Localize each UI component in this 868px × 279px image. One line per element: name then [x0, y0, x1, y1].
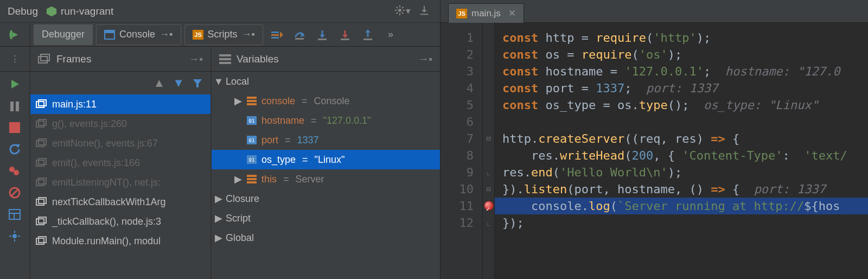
more-actions-icon[interactable]: ⋮: [0, 47, 30, 71]
code-line[interactable]: const hostname = '127.0.0.1'; hostname: …: [502, 63, 868, 80]
popout-icon[interactable]: →▪: [242, 29, 255, 40]
frame-item[interactable]: main.js:11: [30, 94, 210, 114]
restart-button[interactable]: [6, 140, 23, 158]
variable-row[interactable]: 01hostname = "127.0.0.1": [212, 111, 440, 130]
chevron-icon: ▼: [215, 76, 222, 87]
variable-row[interactable]: 01port = 1337: [212, 130, 440, 150]
svg-rect-71: [247, 103, 257, 105]
force-step-into-button[interactable]: [336, 26, 354, 44]
frame-item[interactable]: _tickCallback(), node.js:3: [30, 212, 210, 231]
frame-item[interactable]: emitNone(), events.js:67: [30, 134, 210, 153]
show-exec-point-button[interactable]: [267, 26, 286, 44]
fold-marker[interactable]: ⊟: [483, 181, 494, 198]
frame-up-button[interactable]: ▲: [153, 76, 165, 90]
svg-rect-66: [39, 217, 46, 223]
code-line[interactable]: const http = require('http');: [502, 29, 868, 46]
line-number[interactable]: 10: [441, 181, 474, 198]
svg-text:JS: JS: [458, 10, 465, 17]
frame-item[interactable]: g(), events.js:260: [30, 114, 210, 134]
code-line[interactable]: res.writeHead(200, { 'Content-Type': 'te…: [502, 147, 868, 164]
editor-tab-main[interactable]: JS main.js ✕: [448, 3, 524, 23]
resume-button[interactable]: [0, 23, 30, 46]
fold-marker[interactable]: [483, 46, 494, 63]
code-line[interactable]: http.createServer((req, res) => {: [502, 130, 868, 147]
svg-marker-18: [280, 31, 283, 38]
view-breakpoints-button[interactable]: [6, 162, 23, 180]
line-number[interactable]: 12: [441, 214, 474, 231]
frame-item[interactable]: Module.runMain(), modul: [30, 231, 210, 251]
tab-scripts[interactable]: JS Scripts →▪: [184, 24, 263, 45]
svg-rect-63: [36, 199, 44, 205]
line-number[interactable]: 6: [441, 113, 474, 130]
code-line[interactable]: const port = 1337; port: 1337: [502, 80, 868, 97]
step-out-button[interactable]: [359, 26, 377, 44]
svg-text:01: 01: [249, 157, 255, 163]
variable-row[interactable]: ▶console = Console: [212, 91, 440, 111]
popout-icon[interactable]: →▪: [159, 29, 173, 40]
scope-row[interactable]: ▶Script: [212, 208, 440, 228]
scope-row[interactable]: ▶Closure: [212, 189, 440, 208]
close-icon[interactable]: ✕: [508, 8, 516, 19]
svg-rect-56: [39, 119, 46, 125]
line-number[interactable]: 8: [441, 147, 474, 164]
pin-icon[interactable]: →▪: [418, 53, 432, 65]
editor-tab-label: main.js: [471, 8, 501, 19]
frame-item[interactable]: emit(), events.js:166: [30, 153, 210, 173]
frame-label: main.js:11: [52, 99, 97, 110]
code-line[interactable]: [502, 113, 868, 130]
fold-marker[interactable]: ⊟: [483, 130, 494, 147]
fold-marker[interactable]: [483, 97, 494, 113]
rerun-button[interactable]: [6, 75, 23, 93]
fold-marker[interactable]: [483, 113, 494, 130]
more-steps-icon[interactable]: »: [381, 26, 400, 44]
code-line[interactable]: const os = require('os');: [502, 46, 868, 63]
code-line[interactable]: });: [502, 214, 868, 231]
line-number[interactable]: 3: [441, 63, 474, 80]
scope-label: Closure: [226, 193, 259, 205]
fold-marker[interactable]: ⌞: [483, 164, 494, 181]
fold-marker[interactable]: [483, 147, 494, 164]
line-number[interactable]: 11: [441, 198, 474, 214]
fold-marker[interactable]: [483, 63, 494, 80]
line-number[interactable]: 1: [441, 29, 474, 46]
step-into-button[interactable]: [313, 26, 331, 44]
svg-line-8: [397, 12, 398, 14]
frame-item[interactable]: nextTickCallbackWith1Arg: [30, 192, 210, 212]
mute-breakpoints-button[interactable]: [6, 183, 23, 202]
svg-rect-67: [36, 238, 44, 244]
svg-rect-62: [39, 178, 46, 184]
svg-line-43: [11, 189, 18, 196]
frame-down-button[interactable]: ▼: [173, 76, 184, 90]
tab-console[interactable]: Console →▪: [96, 24, 181, 45]
line-number[interactable]: 7: [441, 130, 474, 147]
line-number[interactable]: 4: [441, 80, 474, 97]
step-over-button[interactable]: [290, 26, 309, 44]
chevron-icon: ▶: [215, 193, 222, 205]
gear-icon[interactable]: [394, 4, 408, 18]
code-line[interactable]: }).listen(port, hostname, () => { port: …: [502, 181, 868, 198]
line-number[interactable]: 5: [441, 97, 474, 113]
frame-item[interactable]: emitListeningNT(), net.js:: [30, 173, 210, 192]
pause-button[interactable]: [6, 97, 23, 115]
variable-row[interactable]: 01os_type = "Linux": [212, 150, 440, 169]
tab-debugger[interactable]: Debugger: [34, 24, 93, 45]
layout-button[interactable]: [6, 205, 23, 224]
code-line[interactable]: const os_type = os.type(); os_type: "Lin…: [502, 97, 868, 113]
fold-marker[interactable]: [483, 80, 494, 97]
stack-frame-icon: [36, 158, 48, 168]
line-number[interactable]: 2: [441, 46, 474, 63]
code-line[interactable]: res.end('Hello World\n');: [502, 164, 868, 181]
scope-row[interactable]: ▼Local: [212, 72, 440, 91]
variable-row[interactable]: ▶this = Server: [212, 169, 440, 189]
fold-marker[interactable]: [483, 29, 494, 46]
pin-icon[interactable]: →▪: [189, 53, 203, 65]
settings-button[interactable]: [6, 227, 23, 245]
code-line[interactable]: console.log(`Server running at http://${…: [502, 198, 868, 214]
filter-button[interactable]: [192, 78, 203, 88]
download-icon[interactable]: [418, 4, 432, 18]
line-number[interactable]: 9: [441, 164, 474, 181]
scope-row[interactable]: ▶Global: [212, 228, 440, 248]
stop-button[interactable]: [6, 118, 23, 137]
variable-name: hostname: [261, 115, 304, 126]
breakpoint-icon[interactable]: [484, 201, 494, 211]
